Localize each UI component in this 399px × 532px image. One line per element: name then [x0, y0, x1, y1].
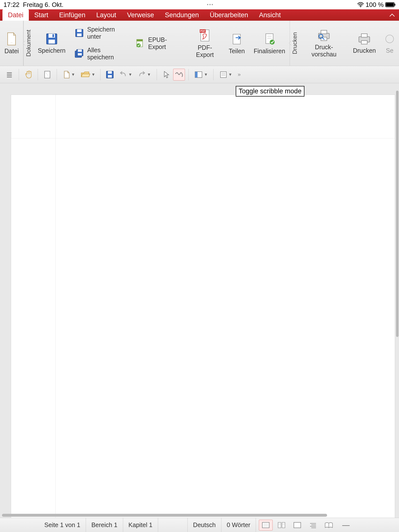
send-label-partial: Se — [386, 47, 394, 54]
file-new-button[interactable]: ··· Datei — [0, 21, 23, 66]
send-button-partial[interactable]: Se — [380, 21, 399, 66]
print-preview-label: Druck-vorschau — [304, 44, 344, 58]
svg-rect-10 — [77, 29, 82, 32]
svg-rect-34 — [361, 41, 367, 44]
share-icon — [230, 32, 243, 46]
print-icon — [356, 32, 372, 46]
svg-point-0 — [360, 6, 361, 7]
svg-rect-42 — [108, 71, 112, 74]
paragraph-marks-button[interactable] — [3, 69, 15, 81]
status-language[interactable]: Deutsch — [187, 518, 221, 532]
svg-rect-3 — [395, 4, 395, 6]
cursor-tool-button[interactable] — [160, 69, 172, 81]
pdf-export-button[interactable]: PDF PDF-Export — [185, 21, 224, 66]
view-multi-button[interactable] — [275, 520, 288, 531]
zoom-out-button[interactable]: — — [339, 521, 353, 529]
save-all-label: Alles speichern — [87, 47, 127, 61]
save-as-button[interactable]: Speichern unter — [72, 24, 129, 42]
share-button[interactable]: Teilen — [224, 21, 249, 66]
svg-rect-55 — [282, 522, 285, 528]
document-page[interactable] — [11, 95, 395, 518]
toolbar-overflow-button[interactable]: » — [238, 71, 241, 78]
page-icon: ··· — [6, 32, 17, 46]
pdf-export-label: PDF-Export — [190, 44, 220, 58]
undo-dropdown[interactable]: ▼ — [117, 69, 134, 81]
ribbon-collapse-button[interactable] — [387, 9, 397, 21]
save-icon — [45, 32, 58, 46]
status-time: 17:22 — [3, 1, 19, 9]
svg-rect-7 — [52, 34, 54, 37]
ribbon-tab-einfuegen[interactable]: Einfügen — [54, 9, 91, 21]
svg-rect-28 — [321, 30, 327, 34]
wifi-icon — [357, 2, 364, 7]
print-preview-icon — [316, 29, 332, 42]
svg-rect-14 — [78, 50, 82, 52]
ribbon-tab-ueberarbeiten[interactable]: Überarbeiten — [204, 9, 253, 21]
save-quick-button[interactable] — [104, 69, 116, 81]
print-preview-button[interactable]: Druck-vorschau — [299, 21, 349, 66]
ribbon-tab-verweise[interactable]: Verweise — [122, 9, 160, 21]
epub-export-button[interactable]: EPUB-Export — [133, 35, 183, 52]
document-canvas[interactable] — [0, 83, 399, 518]
ribbon-tab-ansicht[interactable]: Ansicht — [254, 9, 286, 21]
layout-view-dropdown[interactable]: ▼ — [192, 69, 210, 81]
finalize-button[interactable]: Finalisieren — [249, 21, 290, 66]
print-button[interactable]: Drucken — [349, 21, 380, 66]
ribbon-tab-datei[interactable]: Datei — [2, 9, 29, 21]
svg-text:···: ··· — [11, 41, 13, 44]
print-group-header: Drucken — [290, 21, 299, 66]
view-book-button[interactable] — [322, 520, 336, 531]
page-shadow-button[interactable] — [41, 69, 53, 81]
hand-tool-button[interactable] — [22, 69, 34, 81]
svg-text:PDF: PDF — [200, 30, 205, 33]
save-as-label: Speichern unter — [87, 26, 127, 40]
ribbon-tab-start[interactable]: Start — [29, 9, 54, 21]
svg-rect-54 — [278, 522, 281, 528]
finalize-icon — [263, 32, 276, 46]
view-web-button[interactable] — [290, 520, 304, 531]
status-page[interactable]: Seite 1 von 1 — [0, 518, 86, 532]
epub-export-label: EPUB-Export — [148, 36, 181, 50]
view-normal-button[interactable] — [259, 520, 273, 531]
share-label: Teilen — [229, 48, 245, 55]
document-group-header: Dokument — [23, 21, 33, 66]
svg-rect-2 — [386, 3, 394, 6]
save-button[interactable]: Speichern — [33, 21, 70, 66]
status-wordcount[interactable]: 0 Wörter — [221, 518, 256, 532]
scribble-tool-button[interactable] — [173, 69, 185, 81]
status-bar-bottom: Seite 1 von 1 Bereich 1 Kapitel 1 Deutsc… — [0, 518, 399, 532]
chevron-down-icon: ▼ — [91, 72, 95, 77]
svg-rect-6 — [49, 34, 55, 38]
status-section[interactable]: Bereich 1 — [86, 518, 123, 532]
ribbon-tab-sendungen[interactable]: Sendungen — [159, 9, 204, 21]
view-outline-button[interactable] — [306, 520, 320, 531]
chevron-down-icon: ▼ — [71, 72, 75, 77]
svg-rect-43 — [108, 75, 112, 78]
text-view-dropdown[interactable]: ▼ — [217, 69, 235, 81]
chevron-down-icon: ▼ — [128, 72, 132, 77]
svg-rect-22 — [233, 34, 240, 44]
ribbon-tabstrip: Datei Start Einfügen Layout Verweise Sen… — [0, 9, 399, 21]
battery-percent: 100 % — [366, 1, 384, 9]
horizontal-scrollbar[interactable] — [2, 514, 327, 517]
ribbon-tab-layout[interactable]: Layout — [91, 9, 122, 21]
send-icon — [385, 32, 395, 46]
vertical-scrollbar[interactable] — [396, 91, 399, 337]
svg-point-26 — [270, 40, 275, 45]
save-all-button[interactable]: Alles speichern — [72, 45, 129, 62]
status-chapter[interactable]: Kapitel 1 — [123, 518, 158, 532]
svg-rect-33 — [361, 34, 367, 37]
epub-icon — [135, 38, 145, 48]
save-label: Speichern — [38, 47, 66, 54]
open-dropdown[interactable]: ▼ — [79, 69, 97, 81]
svg-rect-15 — [78, 53, 82, 55]
scribble-tooltip: Toggle scribble mode — [236, 86, 304, 97]
svg-point-35 — [386, 35, 394, 43]
new-doc-dropdown[interactable]: ▼ — [60, 69, 78, 81]
redo-dropdown[interactable]: ▼ — [135, 69, 153, 81]
quick-access-toolbar: ▼ ▼ ▼ ▼ ▼ ▼ » — [0, 66, 399, 83]
ribbon-panel: ··· Datei Dokument Speichern Speichern u… — [0, 21, 399, 66]
finalize-label: Finalisieren — [254, 48, 285, 55]
svg-rect-60 — [294, 522, 301, 528]
svg-rect-46 — [220, 72, 226, 78]
